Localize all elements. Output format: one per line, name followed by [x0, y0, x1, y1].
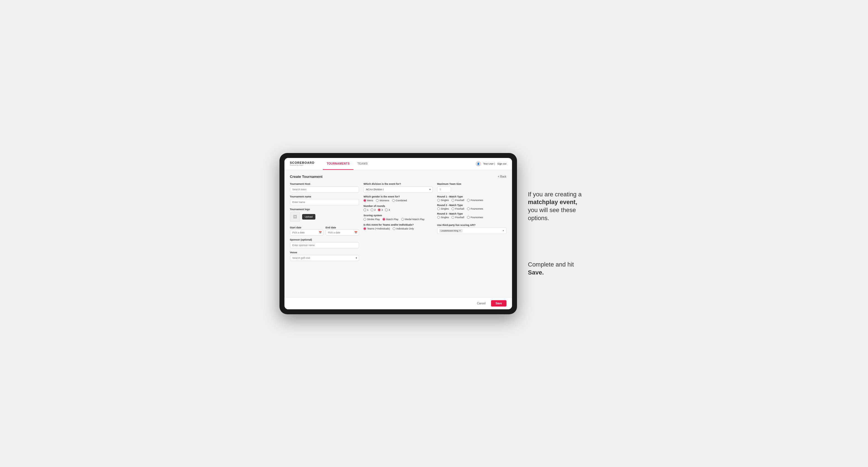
r3-singles-option[interactable]: Singles	[437, 216, 449, 219]
teams-radio-group: Teams (+Individuals) Individuals Only	[364, 227, 433, 230]
venue-field: Venue ▼	[290, 251, 359, 261]
division-select-wrapper: NCAA Division I ▼	[364, 186, 433, 192]
sponsor-field: Sponsor (optional)	[290, 238, 359, 248]
sponsor-label: Sponsor (optional)	[290, 238, 359, 241]
tablet-screen: SCOREBOARD Powered by clippit TOURNAMENT…	[284, 158, 512, 309]
match-type-section: Round 1 - Match Type Singles Fourball	[437, 195, 506, 219]
main-content: Create Tournament < Back Tournament Host…	[284, 170, 512, 297]
round3-label: 3	[381, 209, 383, 211]
r3-foursomes-option[interactable]: Foursomes	[467, 216, 483, 219]
round3-match-type-row: Round 3 - Match Type Singles Fourball	[437, 212, 506, 219]
gender-label: Which gender is the event for?	[364, 195, 433, 198]
round4-option[interactable]: 4	[385, 209, 390, 211]
division-label: Which division is the event for?	[364, 183, 433, 185]
scoring-match-option[interactable]: Match Play	[382, 218, 399, 221]
start-date-input[interactable]	[290, 229, 323, 236]
gender-womens-option[interactable]: Womens	[376, 199, 389, 202]
round4-label: 4	[389, 209, 390, 211]
r1-fourball-option[interactable]: Fourball	[452, 199, 464, 201]
round1-radio[interactable]	[364, 209, 366, 211]
api-tag-text: Leaderboard King	[441, 229, 459, 232]
round4-radio[interactable]	[385, 209, 388, 211]
teams-radio[interactable]	[364, 227, 366, 230]
scoring-medal-option[interactable]: Medal Match Play	[401, 218, 425, 221]
user-avatar: 👤	[475, 161, 481, 166]
max-team-size-input[interactable]	[437, 186, 451, 192]
r1-foursomes-label: Foursomes	[471, 199, 483, 201]
save-button[interactable]: Save	[491, 300, 506, 307]
r3-fourball-radio[interactable]	[452, 216, 454, 219]
end-date-input[interactable]	[326, 229, 359, 236]
tablet-frame: SCOREBOARD Powered by clippit TOURNAMENT…	[279, 153, 517, 314]
gender-field: Which gender is the event for? Mens Wome…	[364, 195, 433, 202]
round1-option[interactable]: 1	[364, 209, 368, 211]
logo-placeholder: 🖼	[290, 212, 300, 222]
round3-match-type-label: Round 3 - Match Type	[437, 212, 506, 215]
r3-singles-radio[interactable]	[437, 216, 440, 219]
venue-label: Venue	[290, 251, 359, 254]
gender-combined-option[interactable]: Combined	[392, 199, 407, 202]
r1-fourball-radio[interactable]	[452, 199, 454, 201]
scoring-stroke-radio[interactable]	[364, 218, 366, 221]
round2-radio[interactable]	[371, 209, 373, 211]
r1-singles-radio[interactable]	[437, 199, 440, 201]
gender-combined-label: Combined	[396, 199, 407, 202]
r1-foursomes-radio[interactable]	[467, 199, 470, 201]
middle-section: Which division is the event for? NCAA Di…	[364, 183, 433, 261]
logo-area: SCOREBOARD Powered by clippit	[290, 161, 315, 166]
r2-singles-radio[interactable]	[437, 208, 440, 210]
api-select-wrapper[interactable]: Leaderboard King ✕ ▼	[437, 227, 506, 234]
teams-option[interactable]: Teams (+Individuals)	[364, 227, 390, 230]
round2-option[interactable]: 2	[371, 209, 376, 211]
scoring-match-radio[interactable]	[382, 218, 385, 221]
api-tag-close-icon[interactable]: ✕	[459, 229, 461, 232]
tournament-name-input[interactable]	[290, 199, 359, 205]
rounds-field: Number of rounds 1 2	[364, 205, 433, 211]
gender-womens-radio[interactable]	[376, 199, 379, 202]
r2-foursomes-radio[interactable]	[467, 208, 470, 210]
page-title: Create Tournament	[290, 175, 322, 179]
tournament-logo-label: Tournament logo	[290, 208, 359, 211]
individuals-label: Individuals Only	[396, 227, 414, 230]
tab-tournaments[interactable]: TOURNAMENTS	[323, 158, 353, 170]
individuals-radio[interactable]	[393, 227, 396, 230]
tournament-host-label: Tournament Host	[290, 183, 359, 185]
gender-mens-radio[interactable]	[364, 199, 366, 202]
scoring-stroke-option[interactable]: Stroke Play	[364, 218, 380, 221]
tab-teams[interactable]: TEAMS	[353, 158, 372, 170]
logo-text: SCOREBOARD	[290, 161, 315, 164]
annotation-top-text: If you are creating a matchplay event, y…	[528, 191, 589, 222]
r2-singles-option[interactable]: Singles	[437, 208, 449, 210]
r3-singles-label: Singles	[441, 216, 449, 219]
r3-fourball-option[interactable]: Fourball	[452, 216, 464, 219]
date-row: Start date 📅 End date	[290, 224, 359, 236]
round2-match-type-options: Singles Fourball Foursomes	[437, 208, 506, 210]
start-date-icon: 📅	[319, 231, 322, 234]
division-select[interactable]: NCAA Division I	[364, 186, 433, 192]
dates-field: Start date 📅 End date	[290, 224, 359, 236]
r2-foursomes-option[interactable]: Foursomes	[467, 208, 483, 210]
back-link[interactable]: < Back	[498, 175, 506, 178]
cancel-button[interactable]: Cancel	[474, 300, 489, 307]
r1-singles-option[interactable]: Singles	[437, 199, 449, 201]
scoring-medal-radio[interactable]	[401, 218, 404, 221]
upload-button[interactable]: Upload	[302, 214, 316, 220]
r1-foursomes-option[interactable]: Foursomes	[467, 199, 483, 201]
end-date-wrapper: 📅	[326, 229, 359, 236]
annotation-save-bold: Save.	[528, 269, 544, 276]
individuals-only-option[interactable]: Individuals Only	[393, 227, 414, 230]
signout-link[interactable]: Sign out	[497, 162, 506, 165]
form-grid: Tournament Host Tournament name Tourname…	[290, 183, 506, 261]
r2-fourball-radio[interactable]	[452, 208, 454, 210]
gender-mens-option[interactable]: Mens	[364, 199, 373, 202]
sponsor-input[interactable]	[290, 242, 359, 248]
tournament-logo-field: Tournament logo 🖼 Upload	[290, 208, 359, 222]
venue-input[interactable]	[290, 255, 359, 261]
round3-radio[interactable]	[378, 209, 380, 211]
round3-option[interactable]: 3	[378, 209, 383, 211]
nav-tabs: TOURNAMENTS TEAMS	[323, 158, 372, 170]
tournament-host-input[interactable]	[290, 186, 359, 192]
gender-combined-radio[interactable]	[392, 199, 395, 202]
r3-foursomes-radio[interactable]	[467, 216, 470, 219]
r2-fourball-option[interactable]: Fourball	[452, 208, 464, 210]
